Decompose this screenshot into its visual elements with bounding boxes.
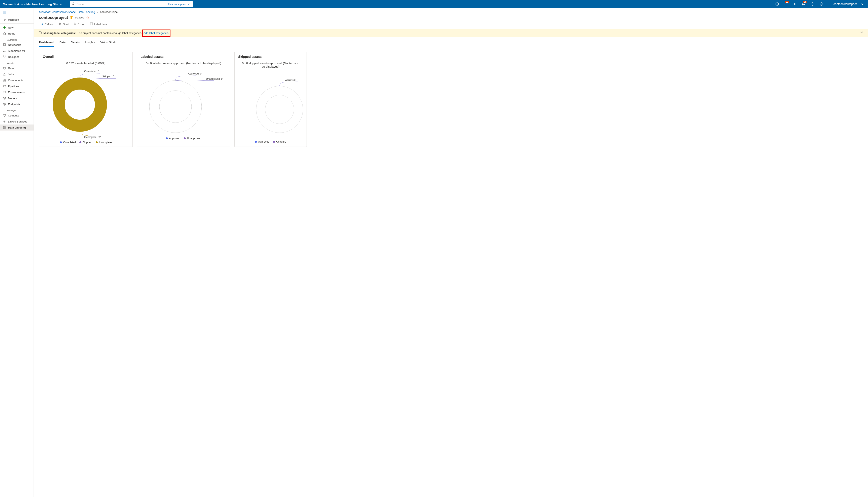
banner-link[interactable]: Add label categories. bbox=[143, 31, 169, 34]
tab-data[interactable]: Data bbox=[59, 40, 66, 47]
sidebar-new[interactable]: New bbox=[0, 25, 33, 30]
workspace-picker[interactable]: contosoworkspace bbox=[831, 2, 866, 5]
notebook-icon bbox=[3, 43, 6, 46]
legend-item: Incomplete bbox=[96, 141, 112, 144]
svg-rect-15 bbox=[5, 79, 5, 80]
info-icon bbox=[39, 31, 42, 35]
sidebar-endpoints[interactable]: Endpoints bbox=[0, 101, 33, 107]
tab-details[interactable]: Details bbox=[71, 40, 80, 47]
label-data-button[interactable]: Label data bbox=[90, 22, 107, 26]
designer-icon bbox=[3, 55, 6, 58]
pipelines-icon bbox=[3, 85, 6, 88]
sidebar-jobs[interactable]: Jobs bbox=[0, 71, 33, 77]
sidebar-pipelines[interactable]: Pipelines bbox=[0, 83, 33, 89]
legend-label: Incomplete bbox=[99, 141, 112, 144]
breadcrumb-workspace[interactable]: contosoworkspace bbox=[53, 11, 76, 14]
legend-label: Skipped bbox=[83, 141, 92, 144]
tab-dashboard[interactable]: Dashboard bbox=[39, 40, 54, 47]
main: Microsoft contosoworkspace Data Labeling… bbox=[34, 8, 868, 497]
sidebar-back-label: Microsoft bbox=[8, 18, 19, 21]
page-title-row: contosoproject ❚❚ Paused ☆ bbox=[34, 14, 868, 20]
card-subtitle: 0 / 32 assets labeled (0.00%) bbox=[43, 61, 129, 65]
breadcrumb-section[interactable]: Data Labeling bbox=[78, 11, 95, 14]
tab-insights[interactable]: Insights bbox=[85, 40, 95, 47]
svg-rect-22 bbox=[3, 91, 5, 93]
search-box[interactable]: This workspace bbox=[70, 1, 193, 7]
models-icon bbox=[3, 97, 6, 100]
feedback-icon[interactable]: 14 bbox=[800, 0, 807, 8]
svg-point-11 bbox=[5, 56, 5, 56]
settings-icon[interactable] bbox=[791, 0, 798, 8]
banner-collapse[interactable] bbox=[860, 31, 863, 35]
callout-approved: Approved: bbox=[285, 79, 295, 81]
export-button[interactable]: Export bbox=[73, 22, 85, 26]
help-icon[interactable] bbox=[809, 0, 816, 8]
breadcrumb-root[interactable]: Microsoft bbox=[39, 11, 51, 14]
legend-item: Completed bbox=[60, 141, 76, 144]
notifications-badge: 23 bbox=[785, 1, 789, 3]
search-scope[interactable]: This workspace bbox=[167, 2, 191, 5]
legend-item: Skipped bbox=[79, 141, 92, 144]
sidebar-automated-ml[interactable]: Automated ML bbox=[0, 48, 33, 54]
svg-rect-24 bbox=[3, 114, 5, 116]
search-input[interactable] bbox=[76, 2, 167, 6]
sidebar-toggle[interactable] bbox=[0, 9, 33, 17]
page-title: contosoproject bbox=[39, 15, 68, 20]
legend-dot bbox=[184, 137, 186, 139]
toolbar-label: Refresh bbox=[45, 23, 54, 26]
start-button[interactable]: Start bbox=[58, 22, 69, 26]
legend-item: Unapproved bbox=[184, 137, 201, 140]
sidebar-item-label: Notebooks bbox=[8, 43, 21, 46]
smile-icon[interactable] bbox=[818, 0, 825, 8]
hamburger-icon bbox=[2, 11, 6, 14]
toolbar-label: Start bbox=[63, 23, 69, 26]
legend-item: Unappro bbox=[273, 140, 286, 143]
sidebar-linked-services[interactable]: Linked Services bbox=[0, 118, 33, 125]
sidebar-data[interactable]: Data bbox=[0, 65, 33, 71]
sidebar-compute[interactable]: Compute bbox=[0, 112, 33, 118]
recent-icon[interactable] bbox=[774, 0, 781, 8]
card-labeled: Labeled assets 0 / 0 labeled assets appr… bbox=[137, 52, 230, 147]
donut-skipped: Approved: bbox=[238, 70, 303, 138]
search-scope-label: This workspace bbox=[168, 3, 186, 5]
edit-icon bbox=[90, 22, 93, 26]
sidebar-components[interactable]: Components bbox=[0, 77, 33, 83]
legend-dot bbox=[255, 141, 257, 143]
sidebar-designer[interactable]: Designer bbox=[0, 54, 33, 60]
sidebar-item-label: Pipelines bbox=[8, 85, 19, 88]
notifications-icon[interactable]: 23 bbox=[783, 0, 789, 8]
sidebar-home[interactable]: Home bbox=[0, 30, 33, 37]
sidebar-data-labeling[interactable]: Data Labeling bbox=[0, 125, 33, 130]
toolbar-label: Export bbox=[78, 23, 85, 26]
sidebar-item-label: Designer bbox=[8, 55, 19, 58]
card-title: Labeled assets bbox=[140, 55, 226, 59]
svg-rect-14 bbox=[3, 79, 4, 80]
breadcrumbs: Microsoft contosoworkspace Data Labeling… bbox=[34, 8, 868, 14]
svg-point-12 bbox=[4, 57, 5, 58]
legend-item: Approved bbox=[255, 140, 270, 143]
tab-vision-studio[interactable]: Vision Studio bbox=[100, 40, 117, 47]
refresh-button[interactable]: Refresh bbox=[40, 22, 54, 26]
sidebar-item-label: Environments bbox=[8, 91, 25, 94]
search-wrap: This workspace bbox=[70, 1, 193, 7]
flask-icon bbox=[3, 72, 6, 76]
sidebar-notebooks[interactable]: Notebooks bbox=[0, 42, 33, 48]
svg-point-6 bbox=[820, 3, 823, 5]
svg-point-10 bbox=[3, 56, 4, 56]
sidebar-item-label: Home bbox=[8, 32, 15, 35]
donut-labeled: Approved: 0 Unapproved: 0 bbox=[140, 67, 226, 135]
sidebar-models[interactable]: Models bbox=[0, 95, 33, 101]
sidebar-item-label: Jobs bbox=[8, 73, 14, 76]
banner-prefix: Missing label categories: bbox=[43, 31, 76, 34]
sidebar-back[interactable]: Microsoft bbox=[0, 17, 33, 23]
sidebar: Microsoft New Home Authoring Notebooks A… bbox=[0, 8, 34, 497]
sidebar-item-label: Linked Services bbox=[8, 120, 27, 123]
favorite-star[interactable]: ☆ bbox=[86, 16, 89, 19]
sidebar-environments[interactable]: Environments bbox=[0, 89, 33, 95]
svg-point-21 bbox=[5, 87, 5, 87]
search-icon bbox=[72, 2, 75, 6]
sidebar-item-label: Automated ML bbox=[8, 49, 26, 53]
card-title: Overall bbox=[43, 55, 129, 59]
sidebar-item-label: Endpoints bbox=[8, 103, 20, 106]
compute-icon bbox=[3, 114, 6, 117]
